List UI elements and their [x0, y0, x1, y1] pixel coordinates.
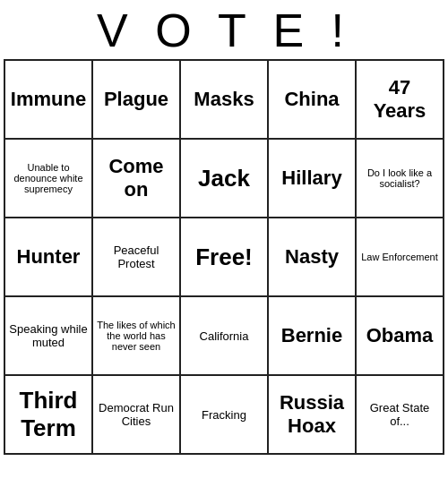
- cell-r4-c1: Democrat Run Cities: [92, 375, 180, 454]
- cell-r3-c1: The likes of which the world has never s…: [92, 296, 180, 375]
- cell-r1-c2: Jack: [180, 139, 268, 218]
- cell-r1-c4: Do I look like a socialist?: [356, 139, 444, 218]
- cell-r1-c1: Come on: [92, 139, 180, 218]
- cell-r2-c3: Nasty: [268, 218, 356, 296]
- bingo-grid: ImmunePlagueMasksChina47 YearsUnable to …: [4, 59, 444, 455]
- cell-r0-c1: Plague: [92, 60, 180, 139]
- cell-r4-c2: Fracking: [180, 375, 268, 454]
- cell-r1-c3: Hillary: [268, 139, 356, 218]
- cell-r2-c0: Hunter: [4, 218, 92, 296]
- cell-r4-c3: Russia Hoax: [268, 375, 356, 454]
- cell-r2-c2: Free!: [180, 218, 268, 296]
- cell-r2-c1: Peaceful Protest: [92, 218, 180, 296]
- cell-r4-c4: Great State of...: [356, 375, 444, 454]
- cell-r0-c2: Masks: [180, 60, 268, 139]
- cell-r4-c0: Third Term: [4, 375, 92, 454]
- cell-r3-c0: Speaking while muted: [4, 296, 92, 375]
- cell-r3-c2: California: [180, 296, 268, 375]
- cell-r3-c3: Bernie: [268, 296, 356, 375]
- cell-r2-c4: Law Enforcement: [356, 218, 444, 296]
- bingo-title: V O T E !: [0, 0, 448, 59]
- cell-r3-c4: Obama: [356, 296, 444, 375]
- cell-r0-c4: 47 Years: [356, 60, 444, 139]
- cell-r0-c0: Immune: [4, 60, 92, 139]
- cell-r0-c3: China: [268, 60, 356, 139]
- cell-r1-c0: Unable to denounce white supremecy: [4, 139, 92, 218]
